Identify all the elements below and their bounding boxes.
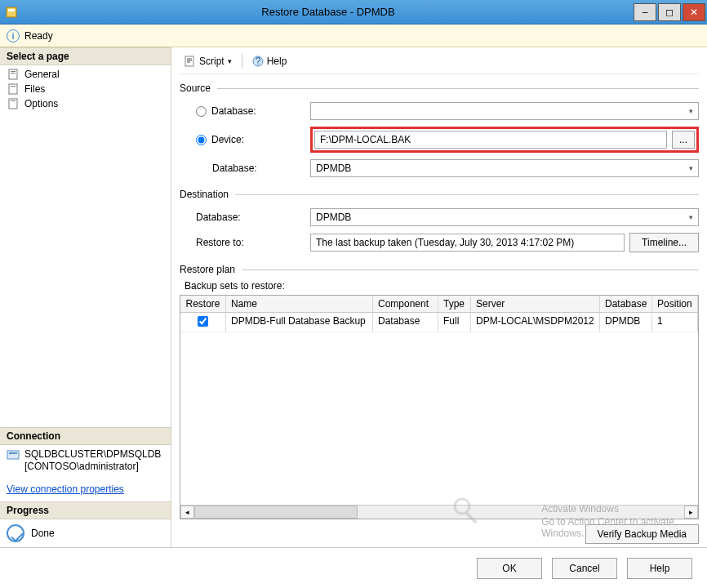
svg-rect-10 (9, 452, 17, 454)
source-db-sublabel: Database: (212, 163, 257, 174)
check-icon (7, 524, 24, 542)
ok-button[interactable]: OK (477, 558, 542, 579)
device-path-input[interactable] (314, 131, 667, 149)
source-device-label: Device: (211, 134, 244, 145)
connection-info: SQLDBCLUSTER\DPMSQLDB [CONTOSO\administr… (0, 445, 171, 477)
source-database-label: Database: (211, 105, 256, 117)
titlebar: Restore Database - DPMDB – ◻ ✕ (0, 0, 707, 24)
col-server[interactable]: Server (471, 296, 600, 312)
svg-text:?: ? (255, 56, 260, 67)
status-text: Ready (24, 30, 53, 42)
destination-title: Destination (180, 189, 229, 200)
plan-title: Restore plan (180, 264, 235, 275)
source-database-combo[interactable]: ▾ (310, 102, 699, 120)
svg-rect-2 (9, 69, 17, 79)
cell-component: Database (373, 313, 438, 332)
cancel-button[interactable]: Cancel (552, 558, 617, 579)
script-label: Script (199, 56, 225, 67)
info-icon: i (7, 29, 20, 42)
col-component[interactable]: Component (373, 296, 438, 312)
scroll-left-button[interactable]: ◂ (180, 506, 194, 519)
window-title: Restore Database - DPMDB (23, 6, 634, 18)
svg-rect-1 (8, 9, 15, 11)
source-database-radio[interactable] (196, 106, 207, 117)
help-button[interactable]: ? Help (247, 54, 292, 69)
source-device-radio[interactable] (196, 135, 207, 145)
app-icon (5, 6, 18, 19)
nav-files[interactable]: Files (5, 82, 166, 96)
restore-to-input[interactable] (310, 234, 625, 252)
page-icon (8, 98, 20, 109)
toolbar: Script ▾ ? Help (180, 52, 699, 74)
status-bar: i Ready (0, 24, 707, 47)
scroll-right-button[interactable]: ▸ (684, 506, 698, 519)
verify-media-button[interactable]: Verify Backup Media (585, 524, 699, 544)
svg-rect-0 (7, 7, 16, 17)
device-highlight: ... (310, 127, 699, 153)
nav-label: General (24, 69, 60, 80)
svg-rect-4 (11, 73, 16, 74)
chevron-down-icon: ▾ (689, 164, 693, 172)
progress-header: Progress (0, 501, 171, 519)
close-button[interactable]: ✕ (683, 3, 705, 21)
svg-rect-8 (11, 100, 16, 101)
horizontal-scrollbar[interactable]: ◂ ▸ (180, 505, 698, 519)
restore-to-label: Restore to: (196, 237, 244, 248)
cell-server: DPM-LOCAL\MSDPM2012 (471, 313, 600, 332)
svg-rect-15 (465, 511, 478, 524)
scroll-thumb[interactable] (194, 506, 358, 519)
col-database[interactable]: Database (600, 296, 652, 312)
script-icon (185, 56, 196, 67)
nav-options[interactable]: Options (5, 96, 166, 111)
dialog-footer: OK Cancel Help (0, 547, 707, 588)
col-restore[interactable]: Restore (180, 296, 226, 312)
dest-db-value: DPMDB (316, 212, 351, 223)
content-pane: Script ▾ ? Help Source Database: ▾ (171, 47, 707, 547)
table-row[interactable]: DPMDB-Full Database Backup Database Full… (180, 313, 698, 332)
dest-db-label: Database: (196, 212, 241, 223)
select-page-header: Select a page (0, 47, 171, 65)
key-icon (451, 495, 487, 531)
chevron-down-icon: ▾ (228, 57, 232, 65)
svg-rect-5 (9, 84, 17, 94)
svg-rect-6 (11, 86, 16, 87)
nav-general[interactable]: General (5, 67, 166, 82)
svg-rect-11 (185, 56, 193, 66)
server-name: SQLDBCLUSTER\DPMSQLDB (24, 448, 161, 460)
svg-rect-9 (7, 451, 19, 459)
view-connection-link[interactable]: View connection properties (0, 477, 171, 501)
table-header: Restore Name Component Type Server Datab… (180, 296, 698, 313)
chevron-down-icon: ▾ (689, 107, 693, 115)
col-name[interactable]: Name (226, 296, 373, 312)
cell-database: DPMDB (600, 313, 652, 332)
page-icon (8, 83, 20, 95)
sidebar: Select a page General Files Options Conn… (0, 47, 171, 547)
nav-label: Options (24, 98, 58, 109)
dest-db-combo[interactable]: DPMDB ▾ (310, 208, 699, 226)
footer-help-button[interactable]: Help (627, 558, 692, 579)
server-icon (7, 448, 20, 461)
user-name: [CONTOSO\administrator] (24, 461, 139, 472)
cell-position: 1 (652, 313, 698, 332)
cell-type: Full (438, 313, 471, 332)
toolbar-divider (242, 54, 242, 69)
svg-rect-7 (9, 99, 17, 109)
page-icon (8, 69, 20, 80)
cell-name: DPMDB-Full Database Backup (226, 313, 373, 332)
window-buttons: – ◻ ✕ (634, 3, 707, 21)
scroll-track[interactable] (194, 506, 684, 519)
col-type[interactable]: Type (438, 296, 471, 312)
timeline-button[interactable]: Timeline... (629, 233, 699, 252)
col-position[interactable]: Position (652, 296, 698, 312)
nav-label: Files (24, 83, 45, 95)
destination-section: Destination (180, 189, 699, 200)
minimize-button[interactable]: – (634, 3, 656, 21)
restore-checkbox[interactable] (198, 316, 208, 327)
maximize-button[interactable]: ◻ (658, 3, 681, 21)
source-db-value: DPMDB (316, 163, 351, 174)
progress-text: Done (31, 528, 55, 539)
script-button[interactable]: Script ▾ (180, 54, 237, 69)
browse-device-button[interactable]: ... (672, 131, 695, 149)
source-db-combo[interactable]: DPMDB ▾ (310, 159, 699, 177)
chevron-down-icon: ▾ (689, 213, 693, 221)
